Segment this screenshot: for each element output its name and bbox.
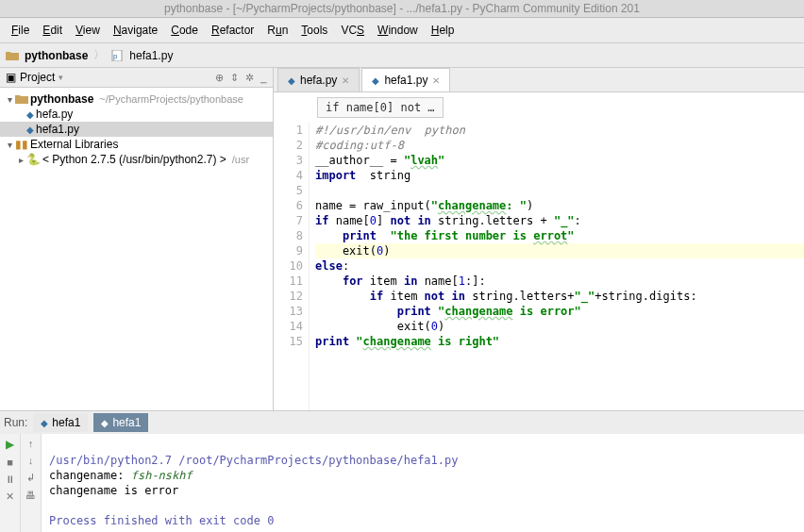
tree-file[interactable]: ◆ hefa1.py: [0, 122, 273, 137]
run-tab-label: hefa1: [112, 416, 141, 429]
python-file-icon: ◆: [26, 109, 34, 120]
console-exit: Process finished with exit code 0: [49, 514, 274, 527]
menu-window[interactable]: Window: [372, 22, 424, 39]
chevron-right-icon[interactable]: ▸: [15, 155, 26, 165]
tab-label: hefa.py: [300, 74, 337, 87]
tree-file-label: hefa1.py: [36, 123, 79, 136]
dropdown-icon[interactable]: ▾: [59, 73, 63, 82]
collapse-icon[interactable]: ⇕: [230, 72, 239, 84]
tree-external-libs[interactable]: ▾ ▮▮ External Libraries: [0, 137, 273, 152]
run-tab[interactable]: ◆ hefa1: [93, 413, 148, 432]
window-titlebar: pythonbase - [~/PycharmProjects/pythonba…: [0, 0, 804, 18]
tree-ext-label: External Libraries: [30, 138, 118, 151]
tree-file-label: hefa.py: [36, 108, 73, 121]
path-breadcrumb: pythonbase 〉 p hefa1.py: [0, 43, 804, 68]
run-toolbar-left: ▶ ■ ⏸ ✕: [0, 434, 21, 532]
python-file-icon: ◆: [26, 125, 34, 135]
hide-icon[interactable]: ⎯: [260, 72, 267, 83]
menu-tools[interactable]: Tools: [295, 22, 333, 39]
menu-run[interactable]: Run: [261, 22, 293, 39]
run-panel: Run: ◆ hefa1 ◆ hefa1 ▶ ■ ⏸ ✕ ↑ ↓ ↲ 🖶 /us…: [0, 410, 804, 532]
python-file-icon: ◆: [101, 418, 109, 428]
python-file-icon: ◆: [41, 418, 48, 428]
breadcrumb-file[interactable]: hefa1.py: [129, 49, 173, 62]
code-breadcrumb: if name[0] not …: [274, 92, 804, 123]
close-icon[interactable]: ✕: [6, 490, 14, 503]
chevron-down-icon[interactable]: ▾: [4, 94, 15, 105]
project-sidebar: ▣ Project ▾ ⊕ ⇕ ✲ ⎯ ▾ pythonbase ~/Pycha…: [0, 68, 274, 410]
tree-python-env[interactable]: ▸ 🐍 < Python 2.7.5 (/usr/bin/python2.7) …: [0, 152, 273, 167]
svg-text:p: p: [113, 52, 118, 60]
menu-view[interactable]: View: [70, 22, 106, 39]
editor-tab[interactable]: ◆ hefa1.py ✕: [361, 68, 450, 91]
menu-help[interactable]: Help: [426, 22, 461, 39]
console-cmd: /usr/bin/python2.7 /root/PycharmProjects…: [49, 454, 458, 467]
tree-env-hint: /usr: [232, 154, 249, 165]
code-lines[interactable]: #!/usr/bin/env python#coding:utf-8__auth…: [310, 123, 804, 410]
menu-vcs[interactable]: VCS: [335, 22, 370, 39]
tree-root-label: pythonbase: [30, 92, 93, 106]
run-label: Run:: [4, 416, 27, 429]
target-icon[interactable]: ⊕: [215, 72, 224, 84]
folder-icon: [6, 50, 19, 61]
print-icon[interactable]: 🖶: [25, 490, 36, 501]
breadcrumb-project[interactable]: pythonbase: [25, 49, 88, 62]
python-file-icon: ◆: [288, 75, 295, 86]
down-icon[interactable]: ↓: [28, 455, 34, 466]
stop-icon[interactable]: ■: [7, 457, 13, 468]
gear-icon[interactable]: ✲: [245, 72, 254, 84]
editor: ◆ hefa.py ✕ ◆ hefa1.py ✕ if name[0] not …: [274, 68, 804, 410]
console-user-input: fsh-nskhf: [131, 469, 193, 482]
menu-code[interactable]: Code: [165, 22, 204, 39]
close-icon[interactable]: ✕: [432, 75, 440, 86]
up-icon[interactable]: ↑: [28, 438, 34, 449]
editor-tab[interactable]: ◆ hefa.py ✕: [277, 68, 360, 91]
tab-label: hefa1.py: [384, 74, 427, 87]
console-stdout: changename is error: [49, 484, 178, 497]
code-crumb-item[interactable]: if name[0] not …: [317, 97, 444, 118]
menu-file[interactable]: File: [6, 22, 35, 39]
folder-icon: [15, 93, 28, 105]
menu-refactor[interactable]: Refactor: [206, 22, 260, 39]
gutter: 123456789101112131415: [274, 123, 310, 410]
chevron-down-icon[interactable]: ▾: [4, 140, 15, 150]
run-tab-label: hefa1: [52, 416, 80, 429]
python-icon: 🐍: [26, 153, 41, 166]
editor-tabs: ◆ hefa.py ✕ ◆ hefa1.py ✕: [274, 68, 804, 92]
tree-root-hint: ~/PycharmProjects/pythonbase: [99, 93, 243, 105]
pause-icon[interactable]: ⏸: [5, 474, 15, 485]
wrap-icon[interactable]: ↲: [26, 472, 35, 484]
run-toolbar-right: ↑ ↓ ↲ 🖶: [21, 434, 42, 532]
tree-file[interactable]: ◆ hefa.py: [0, 107, 273, 122]
run-tab[interactable]: ◆ hefa1: [33, 413, 88, 432]
tree-root[interactable]: ▾ pythonbase ~/PycharmProjects/pythonbas…: [0, 91, 273, 107]
console-prompt: changename:: [49, 469, 131, 482]
python-file-icon: p: [110, 50, 124, 61]
menubar: File Edit View Navigate Code Refactor Ru…: [0, 18, 804, 43]
python-file-icon: ◆: [372, 75, 379, 86]
console-output[interactable]: /usr/bin/python2.7 /root/PycharmProjects…: [42, 434, 804, 532]
project-panel-icon: ▣: [6, 71, 16, 84]
tree-env-label: < Python 2.7.5 (/usr/bin/python2.7) >: [42, 153, 226, 166]
close-icon[interactable]: ✕: [342, 75, 349, 86]
menu-edit[interactable]: Edit: [37, 22, 68, 39]
menu-navigate[interactable]: Navigate: [108, 22, 163, 39]
library-icon: ▮▮: [15, 138, 28, 151]
play-icon[interactable]: ▶: [6, 438, 14, 451]
code-editor[interactable]: 123456789101112131415 #!/usr/bin/env pyt…: [274, 123, 804, 410]
project-panel-title[interactable]: Project: [20, 71, 55, 84]
